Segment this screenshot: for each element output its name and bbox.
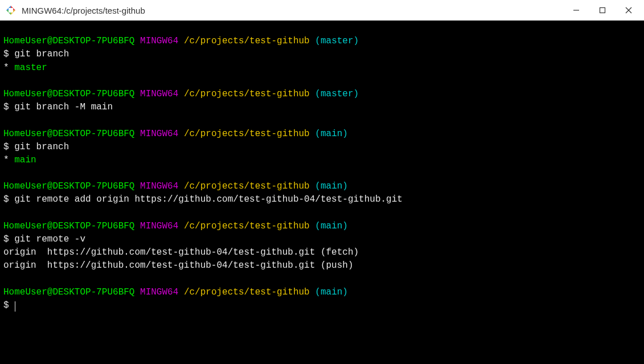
- title-bar: MINGW64:/c/projects/test-github: [0, 0, 644, 21]
- prompt-branch: (main): [315, 287, 348, 297]
- prompt-branch: (master): [315, 36, 359, 46]
- blank-line: [3, 114, 641, 127]
- prompt-line: HomeUser@DESKTOP-7PU6BFQ MINGW64 /c/proj…: [3, 286, 641, 299]
- prompt-user: HomeUser@DESKTOP-7PU6BFQ: [3, 129, 134, 139]
- prompt-env: MINGW64: [140, 36, 178, 46]
- command-text: git branch: [9, 142, 69, 152]
- prompt-user: HomeUser@DESKTOP-7PU6BFQ: [3, 36, 134, 46]
- output-line: * master: [3, 62, 641, 75]
- prompt-path: /c/projects/test-github: [184, 89, 310, 99]
- prompt-symbol: $: [3, 142, 9, 152]
- prompt-line: HomeUser@DESKTOP-7PU6BFQ MINGW64 /c/proj…: [3, 220, 641, 233]
- command-text: git branch: [9, 49, 69, 59]
- prompt-branch: (main): [315, 129, 348, 139]
- blank-line: [3, 207, 641, 220]
- blank-line: [3, 273, 641, 286]
- output-line: origin https://github.com/test-github-04…: [3, 259, 641, 272]
- prompt-branch: (main): [315, 221, 348, 231]
- prompt-symbol: $: [3, 300, 9, 310]
- prompt-path: /c/projects/test-github: [184, 129, 310, 139]
- svg-marker-2: [6, 10, 11, 15]
- prompt-env: MINGW64: [140, 89, 178, 99]
- output-text: *: [3, 63, 14, 73]
- prompt-line: HomeUser@DESKTOP-7PU6BFQ MINGW64 /c/proj…: [3, 180, 641, 193]
- command-line: $ git branch -M main: [3, 101, 641, 114]
- blank-line: [3, 167, 641, 180]
- prompt-path: /c/projects/test-github: [184, 221, 310, 231]
- prompt-user: HomeUser@DESKTOP-7PU6BFQ: [3, 287, 134, 297]
- prompt-line: HomeUser@DESKTOP-7PU6BFQ MINGW64 /c/proj…: [3, 88, 641, 101]
- svg-rect-5: [600, 8, 605, 13]
- minimize-button[interactable]: [563, 0, 589, 21]
- prompt-env: MINGW64: [140, 221, 178, 231]
- command-text: git remote -v: [9, 234, 85, 244]
- command-line: $: [3, 299, 641, 312]
- prompt-branch: (master): [315, 89, 359, 99]
- maximize-button[interactable]: [589, 0, 616, 21]
- command-line: $ git remote -v: [3, 233, 641, 246]
- output-text: origin https://github.com/test-github-04…: [3, 247, 359, 257]
- command-line: $ git branch: [3, 48, 641, 61]
- git-bash-icon: [6, 5, 16, 15]
- prompt-line: HomeUser@DESKTOP-7PU6BFQ MINGW64 /c/proj…: [3, 35, 641, 48]
- output-text: *: [3, 155, 14, 165]
- svg-marker-0: [6, 6, 11, 10]
- prompt-env: MINGW64: [140, 181, 178, 191]
- prompt-env: MINGW64: [140, 287, 178, 297]
- prompt-symbol: $: [3, 194, 9, 205]
- prompt-env: MINGW64: [140, 129, 178, 139]
- command-line: $ git remote add origin https://github.c…: [3, 193, 641, 206]
- branch-name: main: [14, 155, 36, 165]
- blank-line: [3, 75, 641, 88]
- blank-line: [3, 22, 641, 35]
- output-line: * main: [3, 154, 641, 167]
- prompt-user: HomeUser@DESKTOP-7PU6BFQ: [3, 89, 134, 99]
- terminal-area[interactable]: HomeUser@DESKTOP-7PU6BFQ MINGW64 /c/proj…: [0, 21, 644, 364]
- prompt-path: /c/projects/test-github: [184, 287, 310, 297]
- prompt-user: HomeUser@DESKTOP-7PU6BFQ: [3, 221, 134, 231]
- window-title: MINGW64:/c/projects/test-github: [22, 6, 563, 15]
- output-text: origin https://github.com/test-github-04…: [3, 260, 354, 271]
- svg-marker-1: [11, 6, 15, 10]
- command-line: $ git branch: [3, 141, 641, 154]
- prompt-symbol: $: [3, 234, 9, 244]
- prompt-path: /c/projects/test-github: [184, 181, 310, 191]
- branch-name: master: [14, 63, 47, 73]
- command-text: git remote add origin https://github.com…: [9, 194, 403, 205]
- output-line: origin https://github.com/test-github-04…: [3, 246, 641, 259]
- prompt-branch: (main): [315, 181, 348, 191]
- prompt-line: HomeUser@DESKTOP-7PU6BFQ MINGW64 /c/proj…: [3, 128, 641, 141]
- window-controls: [563, 0, 642, 21]
- svg-marker-3: [11, 10, 15, 15]
- command-text: git branch -M main: [9, 102, 113, 112]
- close-button[interactable]: [616, 0, 642, 21]
- prompt-symbol: $: [3, 102, 9, 112]
- prompt-path: /c/projects/test-github: [184, 36, 310, 46]
- terminal-cursor: [15, 301, 15, 312]
- prompt-user: HomeUser@DESKTOP-7PU6BFQ: [3, 181, 134, 191]
- prompt-symbol: $: [3, 49, 9, 59]
